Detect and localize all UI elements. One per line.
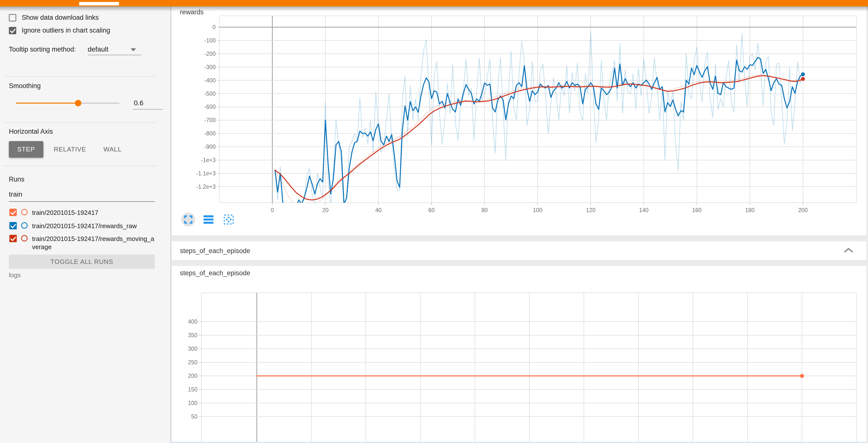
svg-text:0: 0 <box>212 24 216 30</box>
ignore-outliers-label: Ignore outliers in chart scaling <box>22 27 110 34</box>
rewards-chart-toolbar <box>181 213 236 227</box>
axis-wall-button[interactable]: WALL <box>97 141 129 158</box>
svg-text:-1.1e+3: -1.1e+3 <box>196 170 216 177</box>
divider <box>4 76 157 77</box>
svg-text:-1.2e+3: -1.2e+3 <box>196 183 216 190</box>
divider <box>4 166 157 166</box>
run-row[interactable]: train/20201015-192417 <box>9 209 162 217</box>
run-row[interactable]: train/20201015-192417/rewards_raw <box>9 222 162 230</box>
fit-to-data-icon <box>223 214 234 225</box>
run-checkbox[interactable] <box>9 209 17 216</box>
ignore-outliers-checkbox[interactable] <box>9 27 16 34</box>
steps-chart-card: steps_of_each_episode 400350300250200150… <box>172 266 867 443</box>
smoothing-slider[interactable] <box>16 102 120 104</box>
svg-text:400: 400 <box>188 319 197 325</box>
active-tab-indicator <box>79 2 119 5</box>
svg-text:200: 200 <box>798 207 808 213</box>
svg-text:40: 40 <box>375 207 382 213</box>
steps-chart-canvas[interactable]: 40035030025020015010050 <box>172 266 867 443</box>
run-name-label: train/20201015-192417/rewards_moving_ave… <box>32 235 156 251</box>
svg-text:-900: -900 <box>204 144 216 150</box>
svg-text:160: 160 <box>692 207 702 213</box>
rows-icon <box>204 215 213 224</box>
smoothing-label: Smoothing <box>9 82 41 90</box>
tooltip-sorting-label: Tooltip sorting method: <box>9 46 76 53</box>
svg-text:-700: -700 <box>204 117 216 123</box>
tooltip-sorting-select[interactable]: default <box>88 46 142 53</box>
tensorboard-header-bar <box>0 0 868 6</box>
run-row[interactable]: train/20201015-192417/rewards_moving_ave… <box>9 235 162 251</box>
smoothing-value-field[interactable]: 0.6 <box>134 99 163 107</box>
svg-text:-400: -400 <box>204 77 216 84</box>
tooltip-sorting-row: Tooltip sorting method: default <box>9 46 142 53</box>
smoothing-row: 0.6 <box>16 99 163 107</box>
partial-bottom-strip <box>172 442 867 443</box>
svg-text:100: 100 <box>533 207 542 213</box>
axis-relative-button[interactable]: RELATIVE <box>47 141 93 158</box>
svg-text:120: 120 <box>586 207 595 213</box>
svg-text:350: 350 <box>188 332 197 338</box>
select-underline <box>88 55 142 55</box>
svg-text:180: 180 <box>745 207 755 213</box>
collapse-section-button[interactable] <box>843 247 854 255</box>
tooltip-sorting-value: default <box>88 46 108 53</box>
svg-text:-1e+3: -1e+3 <box>201 157 216 163</box>
toggle-all-runs-button[interactable]: TOGGLE ALL RUNS <box>9 255 155 269</box>
svg-text:80: 80 <box>481 207 488 213</box>
smoothing-value-underline <box>133 109 163 110</box>
run-color-radio[interactable] <box>21 235 28 241</box>
svg-text:60: 60 <box>428 207 435 213</box>
data-table-button[interactable] <box>202 213 215 227</box>
svg-text:250: 250 <box>188 359 197 365</box>
horizontal-axis-button-group: STEP RELATIVE WALL <box>9 141 129 158</box>
smoothing-slider-knob[interactable] <box>75 100 81 106</box>
runs-label: Runs <box>9 176 24 183</box>
runs-filter-input[interactable]: train <box>9 190 22 198</box>
run-color-radio[interactable] <box>21 222 28 229</box>
svg-text:-300: -300 <box>204 64 216 70</box>
svg-text:140: 140 <box>639 207 648 213</box>
run-name-label: train/20201015-192417/rewards_raw <box>32 222 156 230</box>
svg-text:-100: -100 <box>204 37 216 43</box>
smoothing-value: 0.6 <box>134 99 144 107</box>
ignore-outliers-row[interactable]: Ignore outliers in chart scaling <box>9 27 110 34</box>
svg-text:-500: -500 <box>204 91 216 97</box>
chevron-up-icon <box>843 247 854 254</box>
horizontal-axis-label: Horizontal Axis <box>9 128 53 136</box>
rewards-chart-canvas[interactable]: 0204060801001201401601802000-100-200-300… <box>172 6 867 229</box>
svg-text:150: 150 <box>188 386 197 393</box>
steps-section-header[interactable]: steps_of_each_episode <box>172 241 867 261</box>
smoothing-slider-fill <box>16 102 78 104</box>
show-data-download-links-row[interactable]: Show data download links <box>9 14 99 22</box>
svg-text:100: 100 <box>188 400 197 406</box>
fit-domain-button[interactable] <box>222 213 236 227</box>
runs-filter-underline <box>9 201 155 202</box>
rewards-chart-card: rewards 0204060801001201401601802000-100… <box>172 6 867 236</box>
run-checkbox[interactable] <box>9 222 17 229</box>
logs-label: logs <box>9 271 21 279</box>
run-color-radio[interactable] <box>21 209 28 215</box>
svg-text:-600: -600 <box>204 104 216 110</box>
svg-text:50: 50 <box>191 413 197 420</box>
svg-text:0: 0 <box>271 207 274 213</box>
run-checkbox[interactable] <box>9 235 17 242</box>
steps-section-title: steps_of_each_episode <box>180 247 250 255</box>
show-data-download-links-label: Show data download links <box>22 14 99 22</box>
svg-text:-200: -200 <box>204 51 216 57</box>
svg-text:-800: -800 <box>204 130 216 137</box>
svg-text:300: 300 <box>188 346 197 352</box>
svg-text:20: 20 <box>322 207 329 213</box>
run-name-label: train/20201015-192417 <box>32 209 156 217</box>
divider <box>4 122 157 123</box>
expand-icon <box>184 215 193 224</box>
axis-step-button[interactable]: STEP <box>9 141 43 158</box>
show-data-download-links-checkbox[interactable] <box>9 14 16 22</box>
expand-chart-button[interactable] <box>181 213 195 227</box>
settings-sidebar: Show data download links Ignore outliers… <box>0 0 171 443</box>
chevron-down-icon <box>131 48 136 51</box>
svg-text:200: 200 <box>188 373 197 379</box>
